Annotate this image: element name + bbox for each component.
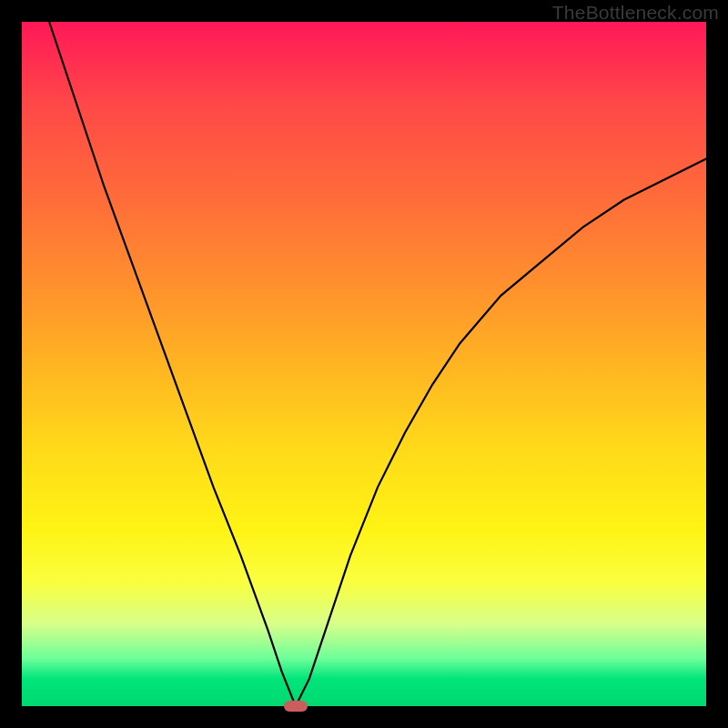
watermark-text: TheBottleneck.com [552, 2, 719, 24]
optimum-marker [284, 701, 308, 712]
bottleneck-curve [22, 22, 706, 706]
chart-frame: TheBottleneck.com [0, 0, 728, 728]
plot-area [22, 22, 706, 706]
